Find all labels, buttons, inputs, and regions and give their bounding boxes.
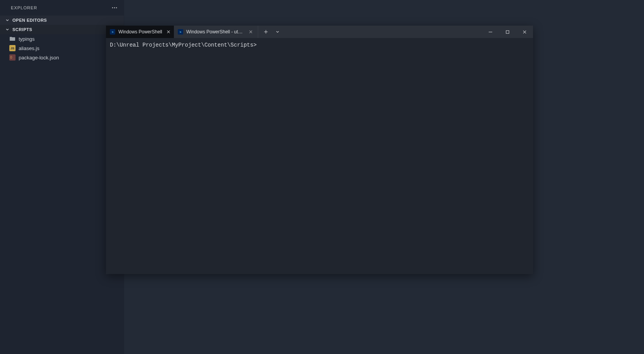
terminal-window: Windows PowerShell Windows PowerShell - … — [106, 26, 533, 274]
svg-rect-12 — [506, 30, 509, 33]
powershell-icon — [110, 29, 115, 35]
maximize-button[interactable] — [499, 26, 516, 38]
file-name: aliases.js — [19, 45, 39, 51]
section-open-editors[interactable]: OPEN EDITORS — [0, 16, 124, 25]
svg-point-2 — [116, 7, 117, 9]
js-file-icon: JS — [9, 45, 16, 51]
close-icon[interactable] — [248, 30, 253, 34]
svg-point-1 — [114, 7, 115, 9]
svg-point-0 — [112, 7, 113, 9]
svg-rect-4 — [10, 37, 12, 38]
more-icon[interactable] — [110, 3, 119, 12]
chevron-down-icon — [5, 17, 10, 23]
close-icon[interactable] — [166, 30, 171, 34]
tab-label: Windows PowerShell — [118, 29, 162, 35]
terminal-prompt: D:\Unreal Projects\MyProject\Content\Scr… — [110, 42, 257, 48]
section-label: SCRIPTS — [12, 27, 32, 32]
folder-icon — [9, 36, 16, 42]
terminal-tab[interactable]: Windows PowerShell - uts watc — [174, 26, 256, 38]
terminal-tab-active[interactable]: Windows PowerShell — [106, 26, 174, 38]
tab-label: Windows PowerShell - uts watc — [186, 29, 245, 35]
file-row[interactable]: typings — [0, 34, 124, 43]
tab-controls — [258, 26, 285, 38]
explorer-header: EXPLORER — [0, 0, 124, 16]
file-row[interactable]: package-lock.json — [0, 53, 124, 62]
file-name: typings — [19, 36, 35, 42]
new-tab-button[interactable] — [260, 26, 271, 37]
file-row[interactable]: JS aliases.js — [0, 43, 124, 53]
section-scripts[interactable]: SCRIPTS — [0, 25, 124, 34]
explorer-title: EXPLORER — [11, 5, 37, 10]
powershell-icon — [178, 29, 183, 35]
terminal-body[interactable]: D:\Unreal Projects\MyProject\Content\Scr… — [106, 38, 533, 274]
explorer-sidebar: EXPLORER OPEN EDITORS SCRIPTS typings JS… — [0, 0, 124, 354]
file-name: package-lock.json — [19, 55, 59, 61]
chevron-down-icon — [5, 27, 10, 32]
json-file-icon — [9, 54, 16, 61]
section-label: OPEN EDITORS — [12, 18, 47, 23]
tab-dropdown-button[interactable] — [272, 26, 283, 37]
terminal-tabs: Windows PowerShell Windows PowerShell - … — [106, 26, 256, 38]
close-window-button[interactable] — [516, 26, 533, 38]
window-controls — [482, 26, 533, 38]
terminal-titlebar[interactable]: Windows PowerShell Windows PowerShell - … — [106, 26, 533, 38]
minimize-button[interactable] — [482, 26, 499, 38]
